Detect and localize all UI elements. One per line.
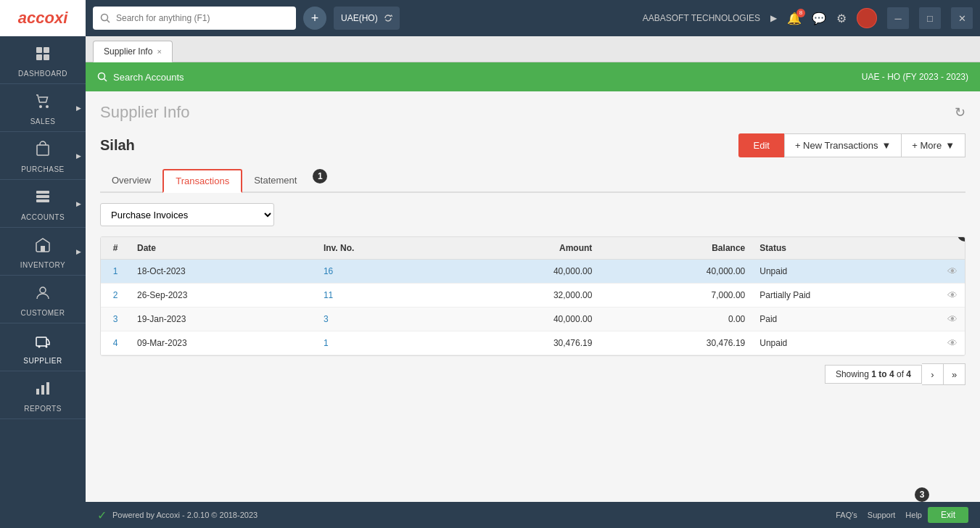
sidebar-item-purchase[interactable]: PURCHASE ▶: [0, 132, 86, 180]
add-button[interactable]: +: [303, 7, 326, 30]
tab-transactions[interactable]: Transactions: [162, 169, 242, 193]
help-link[interactable]: Help: [905, 511, 922, 519]
sidebar-item-label: ACCOUNTS: [21, 213, 65, 221]
company-full-name: AABASOFT TECHNOLOGIES: [643, 13, 760, 23]
invoice-type-dropdown[interactable]: Purchase Invoices Purchase Orders Credit…: [100, 203, 274, 226]
arrow-icon: ▶: [76, 200, 81, 207]
exit-button[interactable]: Exit: [928, 507, 968, 523]
svg-rect-7: [36, 191, 49, 194]
tab-close-icon[interactable]: ×: [157, 47, 161, 56]
topbar-right: AABASOFT TECHNOLOGIES ▶ 🔔 8 💬 ⚙ ─ □ ✕: [643, 7, 973, 29]
sidebar-item-supplier[interactable]: SUPPLIER: [0, 323, 86, 371]
topbar: + UAE(HO) AABASOFT TECHNOLOGIES ▶ 🔔 8 💬 …: [86, 0, 980, 36]
avatar[interactable]: [857, 8, 877, 28]
tab-supplier-info[interactable]: Supplier Info ×: [93, 41, 173, 62]
search-input[interactable]: [116, 13, 276, 23]
sidebar: accoxi DASHBOARD SALES ▶ PURCHASE ▶ ACCO…: [0, 0, 86, 528]
support-link[interactable]: Support: [868, 511, 896, 519]
sidebar-item-label: PURCHASE: [21, 165, 65, 173]
sidebar-item-label: SALES: [30, 117, 56, 125]
company-name: UAE(HO): [341, 13, 378, 23]
edit-button[interactable]: Edit: [738, 133, 783, 157]
svg-line-21: [104, 79, 107, 82]
sales-icon: [34, 93, 52, 115]
col-balance: Balance: [599, 237, 752, 260]
tab-overview[interactable]: Overview: [100, 169, 162, 191]
green-header-left[interactable]: Search Accounts: [97, 72, 184, 83]
arrow-icon: ▶: [76, 248, 81, 255]
svg-rect-16: [41, 385, 44, 395]
minimize-button[interactable]: ─: [887, 7, 909, 29]
search-box[interactable]: [93, 7, 296, 30]
svg-rect-10: [41, 246, 45, 252]
cell-balance: 40,000.00: [599, 260, 752, 284]
col-amount: Amount: [446, 237, 599, 260]
cell-view[interactable]: 👁: [940, 260, 965, 284]
search-accounts-icon: [97, 72, 107, 82]
messages-icon[interactable]: 💬: [812, 12, 826, 25]
sidebar-item-label: DASHBOARD: [18, 70, 67, 78]
footer-powered-by: Powered by Accoxi - 2.0.10 © 2018-2023: [112, 511, 258, 519]
pagination-info: Showing 1 to 4 of 4: [825, 365, 922, 384]
cell-date: 26-Sep-2023: [130, 284, 316, 308]
company-selector[interactable]: UAE(HO): [334, 7, 400, 30]
sub-tabs: Overview Transactions Statement 1: [100, 169, 965, 193]
cell-view[interactable]: 👁: [940, 331, 965, 355]
close-button[interactable]: ✕: [951, 7, 973, 29]
svg-rect-2: [36, 54, 42, 60]
dashboard-icon: [34, 45, 52, 67]
cell-view[interactable]: 👁: [940, 284, 965, 308]
avatar-image: [857, 9, 876, 28]
cell-date: 18-Oct-2023: [130, 260, 316, 284]
cell-date: 09-Mar-2023: [130, 331, 316, 355]
more-button[interactable]: + More ▼: [902, 133, 965, 157]
cell-date: 19-Jan-2023: [130, 308, 316, 331]
settings-icon[interactable]: ⚙: [836, 12, 847, 25]
svg-rect-1: [44, 47, 49, 53]
refresh-button[interactable]: ↻: [955, 104, 965, 120]
cell-amount: 32,000.00: [446, 284, 599, 308]
app-logo: accoxi: [0, 0, 86, 36]
col-num: #: [101, 237, 130, 260]
chevron-down-icon: ▼: [945, 140, 955, 151]
next-page-button[interactable]: ›: [922, 363, 944, 385]
last-page-button[interactable]: »: [944, 363, 965, 385]
sidebar-item-sales[interactable]: SALES ▶: [0, 84, 86, 132]
cell-invno[interactable]: 1: [316, 331, 446, 355]
view-icon: 👁: [947, 265, 958, 277]
cell-invno[interactable]: 16: [316, 260, 446, 284]
search-accounts-label: Search Accounts: [113, 72, 184, 83]
view-icon: 👁: [947, 337, 958, 349]
sidebar-item-label: INVENTORY: [20, 261, 65, 269]
reports-icon: [34, 380, 52, 402]
content-area: Search Accounts UAE - HO (FY 2023 - 2023…: [86, 62, 980, 528]
cell-status: Unpaid: [752, 331, 940, 355]
faq-link[interactable]: FAQ's: [836, 511, 857, 519]
footer-links: FAQ's Support Help: [836, 511, 922, 519]
table-row: 3 19-Jan-2023 3 40,000.00 0.00 Paid 👁: [101, 308, 965, 331]
cell-invno[interactable]: 3: [316, 308, 446, 331]
arrow-right-icon: ▶: [770, 13, 777, 23]
sidebar-item-inventory[interactable]: INVENTORY ▶: [0, 228, 86, 276]
maximize-button[interactable]: □: [919, 7, 941, 29]
green-header: Search Accounts UAE - HO (FY 2023 - 2023…: [86, 62, 980, 91]
sidebar-item-label: REPORTS: [24, 405, 62, 413]
page-title-row: Supplier Info ↻: [100, 103, 965, 122]
sidebar-item-customer[interactable]: CUSTOMER: [0, 276, 86, 323]
svg-rect-12: [36, 337, 46, 346]
cell-balance: 30,476.19: [599, 331, 752, 355]
tab-bar: Supplier Info ×: [86, 36, 980, 62]
svg-rect-0: [36, 47, 42, 53]
sidebar-item-reports[interactable]: REPORTS: [0, 371, 86, 419]
inventory-icon: [34, 236, 52, 258]
new-transactions-button[interactable]: + New Transactions ▼: [784, 133, 902, 157]
tab-statement[interactable]: Statement: [242, 169, 308, 191]
sidebar-item-dashboard[interactable]: DASHBOARD: [0, 36, 86, 84]
notifications-icon[interactable]: 🔔 8: [787, 12, 802, 25]
cell-view[interactable]: 👁: [940, 308, 965, 331]
sidebar-item-accounts[interactable]: ACCOUNTS ▶: [0, 180, 86, 228]
view-icon: 👁: [947, 289, 958, 301]
cell-amount: 30,476.19: [446, 331, 599, 355]
step3-badge: 3: [915, 487, 929, 502]
cell-invno[interactable]: 11: [316, 284, 446, 308]
